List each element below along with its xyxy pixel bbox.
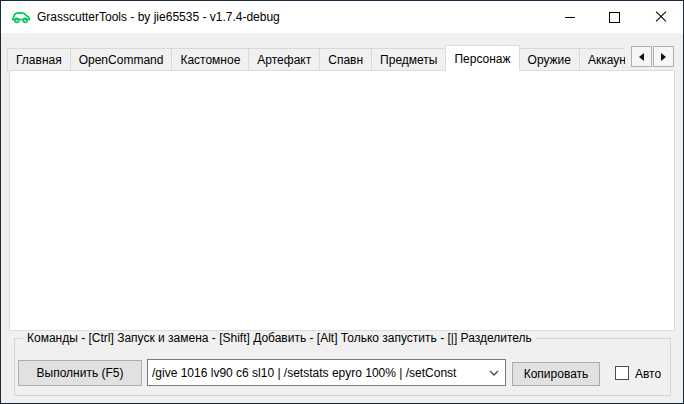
run-command-label: Выполнить (F5) [37, 366, 124, 380]
tab-scroll-left-button[interactable] [631, 46, 652, 67]
tab-spavn[interactable]: Спавн [319, 48, 372, 71]
title-bar[interactable]: GrasscutterTools - by jie65535 - v1.7.4-… [1, 1, 683, 33]
tab-page-personazh [9, 70, 675, 331]
arrow-right-icon [661, 53, 666, 61]
tab-personazh[interactable]: Персонаж [445, 45, 519, 71]
tab-glavnaya[interactable]: Главная [7, 48, 71, 71]
app-window: GrasscutterTools - by jie65535 - v1.7.4-… [0, 0, 684, 404]
window-title: GrasscutterTools - by jie65535 - v1.7.4-… [37, 1, 280, 33]
group-commands-title: Команды - [Ctrl] Запуск и замена - [Shif… [23, 331, 536, 345]
maximize-button[interactable] [592, 1, 637, 33]
close-button[interactable] [638, 1, 684, 33]
tab-predmety[interactable]: Предметы [371, 48, 446, 71]
minimize-button[interactable] [547, 1, 592, 33]
copy-command-label: Копировать [524, 367, 589, 381]
tab-strip: Главная OpenCommand Кастомное Артефакт С… [7, 45, 625, 71]
run-command-button[interactable]: Выполнить (F5) [18, 360, 142, 386]
tab-akkaunt[interactable]: Аккаунт [579, 48, 625, 71]
tab-kastomnoe[interactable]: Кастомное [171, 48, 249, 71]
app-icon [11, 9, 31, 25]
copy-command-button[interactable]: Копировать [512, 362, 600, 386]
group-commands: Команды - [Ctrl] Запуск и замена - [Shif… [14, 338, 671, 396]
auto-checkbox-label: Авто [635, 367, 661, 381]
chevron-down-icon [483, 370, 505, 376]
arrow-left-icon [639, 53, 644, 61]
close-icon [655, 11, 667, 23]
tab-artefakt[interactable]: Артефакт [248, 48, 320, 71]
minimize-icon [565, 17, 575, 18]
tab-opencommand[interactable]: OpenCommand [70, 48, 173, 71]
tab-oruzhie[interactable]: Оружие [519, 48, 580, 71]
auto-checkbox[interactable] [615, 366, 629, 380]
command-input-value: /give 1016 lv90 c6 sl10 | /setstats epyr… [152, 366, 483, 380]
command-input[interactable]: /give 1016 lv90 c6 sl10 | /setstats epyr… [147, 359, 506, 386]
maximize-icon [609, 12, 620, 23]
tab-scroll-right-button[interactable] [653, 46, 674, 67]
